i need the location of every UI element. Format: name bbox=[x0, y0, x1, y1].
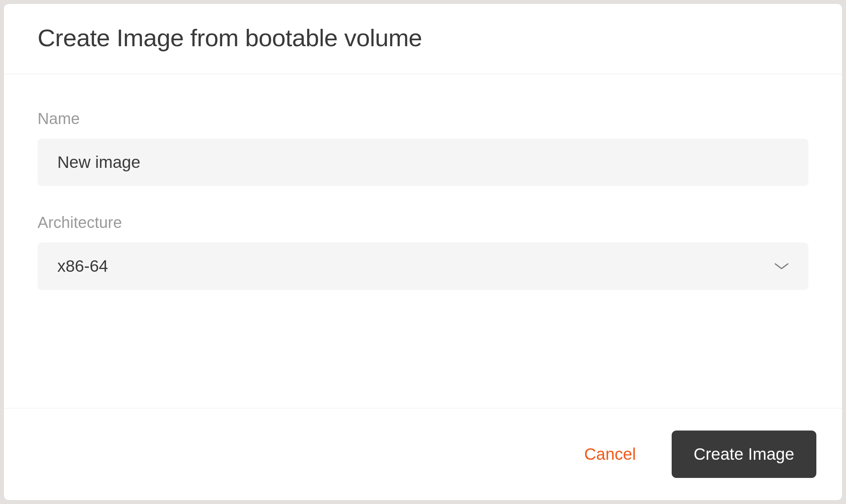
modal-body: Name Architecture x86-64 bbox=[4, 74, 842, 408]
create-image-button[interactable]: Create Image bbox=[672, 431, 816, 478]
modal-title: Create Image from bootable volume bbox=[38, 24, 808, 52]
architecture-label: Architecture bbox=[38, 214, 808, 231]
name-input[interactable] bbox=[38, 139, 808, 186]
architecture-field-group: Architecture x86-64 bbox=[38, 214, 808, 290]
modal-footer: Cancel Create Image bbox=[4, 408, 842, 500]
name-label: Name bbox=[38, 110, 808, 128]
create-image-modal: Create Image from bootable volume Name A… bbox=[4, 4, 842, 500]
name-field-group: Name bbox=[38, 110, 808, 186]
modal-header: Create Image from bootable volume bbox=[4, 4, 842, 74]
cancel-button[interactable]: Cancel bbox=[576, 441, 644, 468]
architecture-selected-value: x86-64 bbox=[57, 257, 108, 276]
architecture-select[interactable]: x86-64 bbox=[38, 243, 808, 290]
chevron-down-icon bbox=[774, 259, 789, 273]
